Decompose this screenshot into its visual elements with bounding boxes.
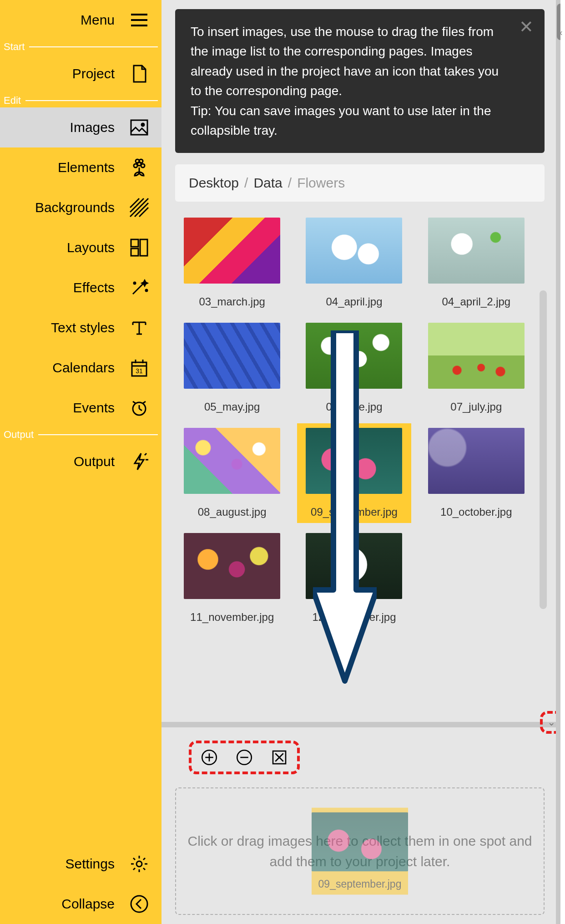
image-filename: 07_july.jpg — [450, 401, 502, 413]
chevron-down-icon: ⌄ — [547, 716, 555, 728]
svg-point-6 — [134, 164, 137, 168]
crumb-desktop[interactable]: Desktop — [189, 175, 239, 191]
tray-add-button[interactable] — [200, 748, 219, 767]
sidebar-item-backgrounds[interactable]: Backgrounds — [0, 188, 161, 228]
text-icon — [128, 317, 150, 339]
image-thumbnail — [428, 428, 525, 494]
sidebar-item-images[interactable]: Images — [0, 107, 161, 147]
image-tile[interactable]: 08_august.jpg — [175, 423, 289, 523]
svg-rect-17 — [140, 239, 147, 256]
image-filename: 08_august.jpg — [198, 506, 267, 518]
image-filename: 11_november.jpg — [190, 611, 274, 624]
image-thumbnail — [184, 533, 280, 599]
sidebar-item-output[interactable]: Output — [0, 442, 161, 482]
sidebar-item-layouts[interactable]: Layouts — [0, 228, 161, 268]
sidebar-item-calendars[interactable]: Calendars 31 — [0, 348, 161, 388]
image-thumbnail — [306, 323, 402, 389]
svg-rect-15 — [131, 239, 138, 247]
image-filename: 09_september.jpg — [311, 506, 398, 518]
svg-point-20 — [134, 282, 136, 284]
svg-line-14 — [139, 208, 148, 217]
chevron-left-circle-icon — [128, 893, 150, 915]
image-thumbnail — [306, 428, 402, 494]
sidebar: Menu Start Project Edit Images Elements … — [0, 0, 161, 924]
image-filename: 10_october.jpg — [440, 506, 512, 518]
image-filename: 06_june.jpg — [326, 401, 382, 413]
image-thumbnail — [428, 218, 525, 284]
sidebar-item-elements[interactable]: Elements — [0, 147, 161, 188]
svg-text:31: 31 — [136, 367, 143, 375]
image-tile[interactable]: 05_may.jpg — [175, 318, 289, 418]
sidebar-item-collapse[interactable]: Collapse — [0, 884, 161, 924]
image-thumbnail — [428, 323, 525, 389]
image-tile[interactable]: 10_october.jpg — [419, 423, 533, 523]
tray-divider[interactable]: ⌄ — [161, 722, 556, 727]
svg-line-18 — [133, 283, 144, 294]
gear-icon — [128, 853, 150, 875]
crumb-flowers[interactable]: Flowers — [297, 175, 345, 191]
image-tile[interactable]: 09_september.jpg — [297, 423, 411, 523]
svg-rect-3 — [131, 120, 147, 135]
gallery-area: 03_march.jpg04_april.jpg04_april_2.jpg05… — [175, 213, 545, 711]
svg-point-4 — [141, 123, 144, 126]
svg-point-19 — [146, 289, 147, 291]
svg-point-33 — [136, 861, 142, 867]
drag-ghost-caption: 09_september.jpg — [318, 878, 402, 890]
image-tile[interactable]: 12_december.jpg — [297, 528, 411, 628]
sidebar-item-effects[interactable]: Effects — [0, 268, 161, 308]
svg-rect-16 — [131, 249, 138, 256]
svg-line-29 — [133, 401, 136, 403]
image-filename: 05_may.jpg — [204, 401, 260, 413]
drag-ghost: 09_september.jpg — [312, 808, 408, 895]
tray-clear-button[interactable] — [270, 748, 289, 767]
image-tile[interactable]: 07_july.jpg — [419, 318, 533, 418]
sidebar-item-events[interactable]: Events — [0, 388, 161, 428]
image-tile[interactable]: 04_april.jpg — [297, 213, 411, 313]
tray-dropzone[interactable]: Click or drag images here to collect the… — [175, 787, 545, 915]
image-thumbnail — [184, 218, 280, 284]
crumb-data[interactable]: Data — [253, 175, 282, 191]
sidebar-item-project[interactable]: Project — [0, 54, 161, 94]
flower-icon — [128, 157, 150, 178]
menu-label: Menu — [81, 12, 115, 28]
section-output: Output — [0, 431, 161, 439]
tray-controls — [175, 739, 545, 776]
hamburger-icon — [128, 9, 150, 31]
image-filename: 03_march.jpg — [199, 295, 265, 308]
svg-point-34 — [131, 896, 147, 912]
svg-line-30 — [143, 401, 146, 403]
section-edit: Edit — [0, 96, 161, 105]
sidebar-item-text-styles[interactable]: Text styles — [0, 308, 161, 348]
image-tile[interactable]: 03_march.jpg — [175, 213, 289, 313]
alarm-clock-icon — [128, 397, 150, 419]
menu-button[interactable]: Menu — [0, 0, 161, 40]
image-thumbnail — [184, 323, 280, 389]
sidebar-item-settings[interactable]: Settings — [0, 844, 161, 884]
file-icon — [128, 63, 150, 85]
spark-icon — [128, 451, 150, 472]
section-start: Start — [0, 43, 161, 51]
svg-line-10 — [130, 198, 148, 217]
calendar-icon: 31 — [128, 357, 150, 379]
main-panel: To insert images, use the mouse to drag … — [161, 0, 556, 924]
gallery-scrollbar[interactable] — [540, 290, 547, 609]
svg-point-9 — [139, 159, 143, 163]
breadcrumb: Desktop / Data / Flowers — [175, 164, 545, 202]
right-panel-handle[interactable] — [560, 0, 565, 924]
image-tile[interactable]: 06_june.jpg — [297, 318, 411, 418]
hatch-icon — [128, 197, 150, 218]
image-filename: 04_april_2.jpg — [442, 295, 510, 308]
close-icon[interactable]: ✕ — [519, 18, 534, 36]
image-icon — [128, 117, 150, 138]
svg-point-7 — [141, 164, 145, 168]
image-filename: 12_december.jpg — [312, 611, 396, 624]
image-tile[interactable]: 04_april_2.jpg — [419, 213, 533, 313]
tray-remove-button[interactable] — [235, 748, 254, 767]
image-filename: 04_april.jpg — [326, 295, 382, 308]
image-tile[interactable]: 11_november.jpg — [175, 528, 289, 628]
image-thumbnail — [306, 218, 402, 284]
tray-controls-highlight — [189, 741, 300, 774]
svg-line-28 — [139, 409, 142, 411]
image-gallery: 03_march.jpg04_april.jpg04_april_2.jpg05… — [175, 213, 545, 711]
magic-wand-icon — [128, 277, 150, 299]
